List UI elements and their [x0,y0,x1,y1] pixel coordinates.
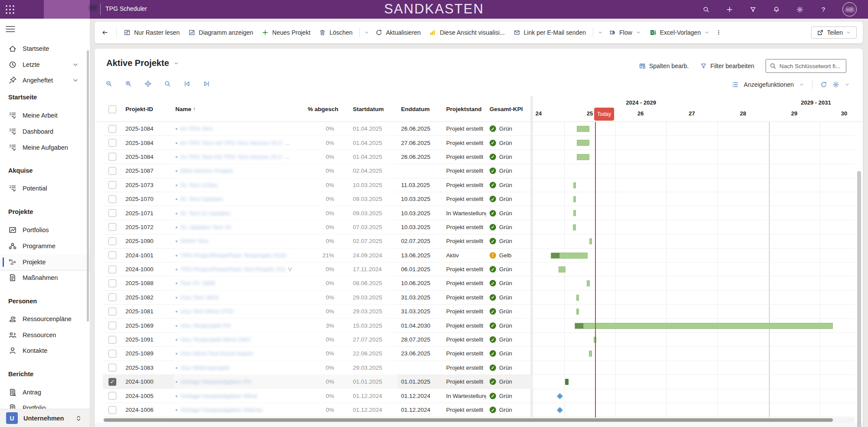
table-row[interactable]: 2025-1087 • Mein kleines Projekt 0% 02.0… [103,164,533,178]
cell-name[interactable]: • TPG ProjectPowerPack Testprojekt 2024 [169,252,302,259]
view-selector[interactable]: Aktive Projekte [106,58,179,68]
gantt-bar[interactable] [587,280,590,286]
project-name-link[interactable]: Im TPG Test mit TPG Test Version 25.0 [180,154,282,160]
display-options-label[interactable]: Anzeigefunktionen [744,81,794,88]
gantt-bar[interactable] [573,210,576,216]
project-name-link[interactable]: TPG ProjectPowerPack Test Projekt 202 [180,266,285,273]
project-name-link[interactable]: Mein kleines Projekt [180,168,233,174]
gantt-bar[interactable] [575,323,833,329]
col-header-enddatum[interactable]: Enddatum [393,106,442,112]
help-icon[interactable]: ? [819,5,828,14]
sidebar-item-startseite[interactable]: Startseite [0,41,90,56]
zoom-fit-icon[interactable] [145,80,154,90]
search-icon[interactable] [702,5,710,14]
cell-name[interactable]: • TPG ProjectPowerPack Test Projekt 202 … [169,266,302,273]
skip-to-start-icon[interactable] [184,80,193,90]
table-row[interactable]: 2024-1005 • Vorlage Hauptaufgaben Wind 0… [103,389,533,403]
cell-name[interactable]: • Im TPG Test mit TPG Test Version 25.0 … [169,153,302,161]
row-checkbox[interactable] [108,223,116,231]
row-checkbox[interactable] [108,195,116,203]
row-checkbox[interactable] [108,350,116,358]
gantt-bar[interactable] [577,154,589,160]
gantt-bar[interactable] [559,266,566,273]
sidebar-item-meine-aufgaben[interactable]: Meine Aufgaben [0,140,90,155]
account-avatar[interactable]: AB [842,2,857,16]
milestone-diamond-icon[interactable] [557,393,563,399]
back-button[interactable] [95,26,114,39]
hamburger-menu-icon[interactable] [6,25,15,33]
sidebar-item-projekte[interactable]: Projekte [0,254,90,270]
cell-name[interactable]: • Im TPG Test [169,125,302,132]
table-row[interactable]: 2025-1069 • Visu Testprojekt PS 3% 15.03… [103,319,533,332]
sidebar-item-programme[interactable]: Programme [0,238,90,254]
project-name-link[interactable]: Visu Testprojekt Wind 2407 [180,336,251,343]
row-checkbox[interactable] [108,293,116,301]
zoom-out-icon[interactable] [105,80,115,90]
cell-name[interactable]: • Mein kleines Projekt [169,167,302,174]
gantt-settings-icon[interactable] [832,81,839,88]
sidebar-item-dashboard[interactable]: Dashboard [0,124,90,139]
table-row[interactable]: 2025-1084 • Im TPG Test 0% 01.04.2025 26… [103,122,533,136]
row-checkbox[interactable] [108,209,116,217]
table-row[interactable]: 2025-1070 • SL Test Updates 0% 09.03.202… [103,192,533,206]
milestone-diamond-icon[interactable] [557,407,563,413]
zoom-in-icon[interactable] [125,80,135,90]
environment-picker[interactable]: U Unternehmen [0,409,90,427]
add-icon[interactable] [725,5,734,14]
col-header-projekt-id[interactable]: Projekt-ID [119,106,169,112]
project-name-link[interactable]: Visu Wind Test Excel Import [180,350,253,357]
sidebar-item-portfolios[interactable]: Portfolios [0,222,90,238]
cell-name[interactable]: • SNAP Test [169,237,302,245]
col-header-projektstand[interactable]: Projektstand [442,106,486,112]
table-row[interactable]: 2025-1083 • Visu Wärmeprojekt 0% 29.03.2… [103,361,533,375]
table-row[interactable]: 2025-1089 • Visu Wind Test Excel Import … [103,347,533,361]
email-chevron-icon[interactable] [596,27,605,38]
sidebar-item-kontakte[interactable]: Kontakte [0,343,90,358]
overflow-chevron-icon[interactable] [362,27,371,38]
table-row[interactable]: 2025-1084 • Im TPG Test mit TPG Test Ver… [103,136,533,150]
delete-button[interactable]: Löschen [315,26,357,39]
cell-name[interactable]: • Vorlage Hauptaufgaben Wärme [169,406,302,414]
cell-name[interactable]: • SL Updates Test 23 [169,223,302,231]
cell-name[interactable]: • Visu Wind Test Excel Import [169,350,302,357]
skip-to-end-icon[interactable] [203,80,213,90]
cell-name[interactable]: • SL Test 123aa [169,181,302,189]
cell-name[interactable]: • SL Test x2 Updates [169,210,302,217]
project-name-link[interactable]: SL Test x2 Updates [180,210,230,217]
gantt-bar[interactable] [576,309,579,315]
project-name-link[interactable]: Test XY 1808 [180,280,215,286]
notifications-bell-icon[interactable] [772,5,781,14]
find-icon[interactable] [164,80,174,90]
show-chart-button[interactable]: Diagramm anzeigen [184,26,257,39]
sidebar-item-antrag[interactable]: Antrag [0,384,90,400]
cell-name[interactable]: • Im TPG Test mit TPG Test Version 25.0 … [169,139,302,147]
col-header-gesamt-kpi[interactable]: Gesamt-KPI [486,106,533,112]
sidebar-item-meine-arbeit[interactable]: Meine Arbeit [0,108,90,123]
project-name-link[interactable]: Im TPG Test mit TPG Test Version 25.0 [180,140,282,146]
gantt-bar[interactable] [573,224,576,230]
project-name-link[interactable]: Visu Wärmeprojekt [180,365,230,371]
cell-name[interactable]: • SL Test Updates [169,195,302,203]
excel-templates-button[interactable]: Excel-Vorlagen [645,26,714,39]
gantt-settings-chevron-icon[interactable] [845,82,850,87]
settings-gear-icon[interactable] [796,5,804,14]
project-name-link[interactable]: Visu Testprojekt PS [180,322,231,329]
share-button[interactable]: Teilen [811,26,857,39]
horizontal-scrollbar-thumb[interactable] [104,418,833,422]
table-row[interactable]: 2024-1006 • Vorlage Hauptaufgaben Wärme … [103,403,533,417]
cell-name[interactable]: • Vorlage Hauptaufgaben Wind [169,392,302,400]
cell-name[interactable]: • Visu Test Wind 2703 [169,308,302,315]
edit-filters-button[interactable]: Filter bearbeiten [700,62,754,69]
project-name-link[interactable]: SNAP Test [180,238,208,244]
project-name-link[interactable]: SL Test 123aa [180,182,217,188]
table-row[interactable]: 2025-1091 • Visu Testprojekt Wind 2407 0… [103,333,533,347]
sidebar-item-potential[interactable]: Potential [0,181,90,196]
col-header-startdatum[interactable]: Startdatum [339,106,393,112]
visualize-view-button[interactable]: Diese Ansicht visualisi... [425,26,509,39]
sidebar-item-maßnahmen[interactable]: Maßnahmen [0,270,90,286]
project-name-link[interactable]: TPG ProjectPowerPack Testprojekt 2024 [180,252,286,259]
project-name-link[interactable]: Vorlage Hauptaufgaben Wärme [180,407,262,413]
cell-name[interactable]: • Visu Testprojekt Wind 2407 [169,336,302,343]
gantt-bar[interactable] [589,238,592,244]
row-checkbox[interactable] [108,125,116,133]
